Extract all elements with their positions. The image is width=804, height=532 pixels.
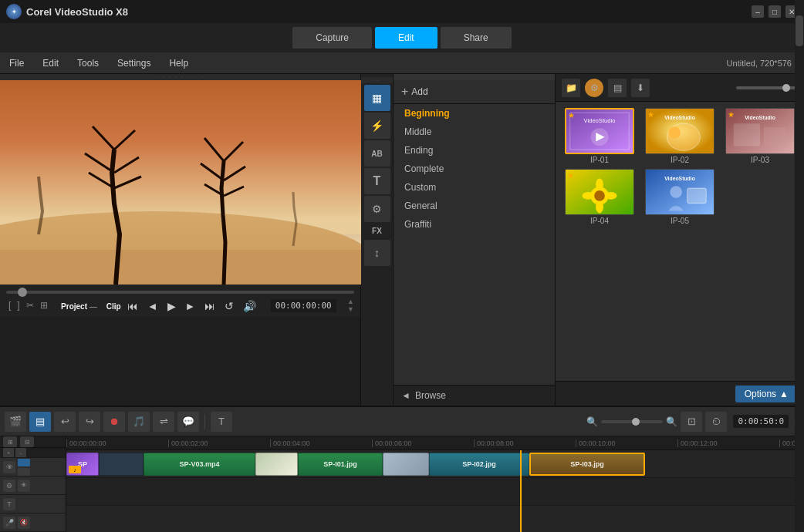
menu-tools[interactable]: Tools — [74, 56, 102, 70]
zoom-in-icon[interactable]: 🔍 — [666, 416, 677, 427]
fit-to-window-button[interactable]: ⊡ — [681, 412, 702, 432]
thumb-img-ip02[interactable]: ★ VideoStudio — [645, 108, 714, 154]
options-button[interactable]: Options ▲ — [735, 386, 798, 402]
title-track-row — [66, 506, 804, 532]
minimize-button[interactable]: – — [752, 5, 764, 18]
folder-button[interactable]: 📁 — [562, 79, 580, 97]
ripple-edit-button[interactable]: ⊞ — [3, 436, 17, 447]
timeline-content: ⊞ ⊟ + - 👁 ⚙ 👁 T � — [0, 436, 804, 532]
add-track-button[interactable]: + — [3, 448, 14, 457]
text-overlay-button[interactable]: AB — [364, 140, 390, 167]
browse-label[interactable]: Browse — [415, 390, 446, 401]
video-lock-button[interactable] — [18, 459, 30, 466]
redo-button[interactable]: ↪ — [79, 412, 100, 432]
import-button[interactable]: ⬇ — [631, 79, 650, 97]
repeat-button[interactable]: ↺ — [221, 298, 237, 314]
thumb-img-ip04[interactable]: ★ — [565, 169, 634, 215]
category-graffiti[interactable]: Graffiti — [394, 215, 555, 234]
share-tab[interactable]: Share — [441, 27, 512, 49]
clip-spi03[interactable]: SP-I03.jpg — [529, 453, 645, 476]
menu-file[interactable]: File — [6, 56, 27, 70]
thumb-ip05[interactable]: VideoStudio IP-05 — [642, 169, 718, 225]
browse-bar: ◄ Browse — [394, 385, 555, 406]
thumb-ip04[interactable]: ★ IP-04 — [562, 169, 637, 225]
transition-button[interactable]: ⇌ — [153, 412, 174, 432]
play-button[interactable]: ▶ — [164, 298, 179, 314]
mark-in-button[interactable]: [ — [6, 299, 13, 311]
title-button[interactable]: T — [364, 168, 390, 194]
svg-rect-14 — [734, 123, 760, 146]
category-beginning[interactable]: Beginning — [394, 104, 555, 123]
snap-button[interactable]: ⊟ — [20, 436, 34, 447]
category-ending[interactable]: Ending — [394, 141, 555, 160]
audio-mix-button[interactable]: 🎵 — [128, 412, 150, 432]
effects-button[interactable]: ⚙ — [364, 196, 390, 222]
timeline-mode-button[interactable]: ▤ — [29, 412, 51, 432]
video-track-button[interactable]: 🎬 — [5, 412, 26, 432]
edit-tab[interactable]: Edit — [375, 27, 437, 49]
scrubber-bar[interactable] — [6, 291, 354, 294]
fx-label[interactable]: FX — [372, 224, 382, 238]
overlay-mute-button[interactable]: 👁 — [18, 480, 30, 492]
clip-winter[interactable] — [383, 453, 429, 476]
category-complete[interactable]: Complete — [394, 160, 555, 178]
size-slider[interactable] — [736, 86, 798, 89]
track-motion-button[interactable]: ↕ — [364, 240, 390, 266]
clip-spi01[interactable]: SP-I01.jpg — [298, 453, 383, 476]
right-scrollbar[interactable] — [795, 436, 804, 532]
category-middle[interactable]: Middle — [394, 123, 555, 141]
clip-dandelion[interactable] — [255, 453, 298, 476]
overlay-settings-button[interactable]: ⚙ — [3, 480, 15, 492]
thumb-ip03[interactable]: ★ VideoStudio IP-03 — [722, 108, 798, 164]
menu-settings[interactable]: Settings — [114, 56, 154, 70]
clip-dark[interactable] — [99, 453, 144, 476]
voice-mute-button[interactable]: 🔇 — [18, 517, 30, 529]
ruler-mark-3: 00:00:06:00 — [372, 439, 474, 447]
play-to-start-button[interactable]: ⏮ — [124, 298, 141, 314]
clip-spi02[interactable]: SP-I02.jpg — [429, 453, 529, 476]
play-to-end-button[interactable]: ⏭ — [201, 298, 218, 314]
thumb-img-ip03[interactable]: ★ VideoStudio — [725, 108, 795, 154]
settings-button[interactable]: ⚙ — [585, 79, 603, 97]
clip-spv03[interactable]: SP-V03.mp4 — [144, 453, 255, 476]
thumb-img-ip05[interactable]: VideoStudio — [645, 169, 714, 215]
subtitle-button[interactable]: 💬 — [177, 412, 199, 432]
thumb-ip01[interactable]: ★ VideoStudio IP-01 — [562, 108, 637, 164]
playhead[interactable] — [520, 450, 522, 532]
zoom-slider[interactable] — [601, 420, 663, 423]
thumb-img-ip01[interactable]: ★ VideoStudio — [565, 108, 634, 154]
media-icon-button[interactable]: ▦ — [364, 85, 390, 111]
thumb-ip02[interactable]: ★ VideoStudio IP-02 — [642, 108, 718, 164]
menu-edit[interactable]: Edit — [39, 56, 62, 70]
category-general[interactable]: General — [394, 197, 555, 215]
clip-sp-mosaic[interactable]: SP ♪ — [66, 453, 99, 476]
svg-text:VideoStudio: VideoStudio — [745, 115, 775, 120]
undo-button[interactable]: ↩ — [54, 412, 76, 432]
clip-cut-button[interactable]: ✂ — [24, 299, 36, 311]
sort-button[interactable]: ▤ — [608, 79, 627, 97]
remove-track-button[interactable]: - — [15, 448, 26, 457]
zoom-out-icon[interactable]: 🔍 — [586, 416, 598, 427]
add-button[interactable]: + Add — [394, 80, 555, 104]
rewind-button[interactable]: ◄ — [144, 298, 161, 314]
record-button[interactable]: ⏺ — [103, 412, 125, 432]
video-mute-button[interactable]: 👁 — [3, 461, 15, 473]
capture-tab[interactable]: Capture — [292, 27, 372, 49]
maximize-button[interactable]: □ — [769, 5, 781, 18]
bracket-buttons: [ ] ✂ ⊞ — [6, 299, 50, 311]
expand-button[interactable]: ⊞ — [38, 299, 50, 311]
fast-forward-button[interactable]: ► — [182, 298, 199, 314]
media-toolbar: 📁 ⚙ ▤ ⬇ — [556, 74, 804, 102]
category-custom[interactable]: Custom — [394, 178, 555, 197]
title-track-button[interactable]: T — [211, 412, 232, 432]
menu-help[interactable]: Help — [166, 56, 191, 70]
title-settings-button[interactable]: T — [3, 498, 15, 510]
timeline-settings-button[interactable]: ⏲ — [705, 412, 727, 432]
volume-button[interactable]: 🔊 — [240, 298, 259, 314]
voice-settings-button[interactable]: 🎤 — [3, 517, 15, 529]
scrubber-handle[interactable] — [18, 288, 27, 297]
instant-project-button[interactable]: ⚡ — [364, 113, 390, 139]
window-controls: – □ ✕ — [752, 5, 798, 18]
mark-out-button[interactable]: ] — [15, 299, 22, 311]
video-mute2-button[interactable] — [18, 468, 30, 476]
